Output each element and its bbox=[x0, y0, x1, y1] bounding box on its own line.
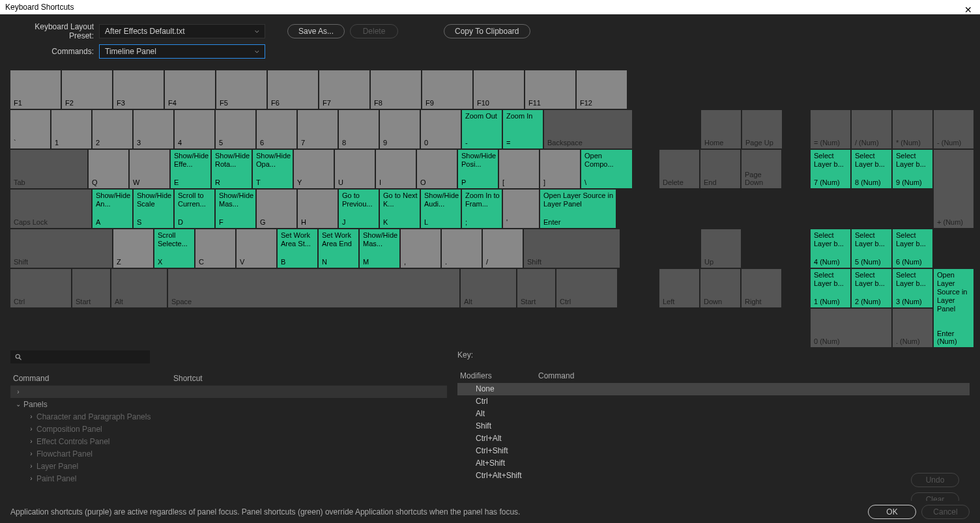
key-g[interactable]: G bbox=[257, 190, 296, 228]
key-enter[interactable]: Open Layer Source in Layer PanelEnter bbox=[540, 190, 616, 228]
key-o[interactable]: O bbox=[417, 150, 457, 188]
key-a[interactable]: Show/Hide An...A bbox=[93, 190, 132, 228]
key-b[interactable]: Set Work Area St...B bbox=[278, 229, 317, 268]
key-7[interactable]: 7 bbox=[298, 110, 338, 148]
key-9-num-[interactable]: Select Layer b...9 (Num) bbox=[893, 150, 932, 188]
chevron-down-icon[interactable]: ⌄ bbox=[13, 401, 23, 408]
key-home[interactable]: Home bbox=[701, 110, 741, 148]
list-item[interactable]: ›Effect Controls Panel bbox=[10, 435, 447, 447]
key-f[interactable]: Show/Hide Mas...F bbox=[216, 190, 255, 228]
key-9[interactable]: 9 bbox=[380, 110, 420, 148]
key-8-num-[interactable]: Select Layer b...8 (Num) bbox=[852, 150, 891, 188]
key-1-num-[interactable]: Select Layer b...1 (Num) bbox=[811, 269, 850, 307]
key-v[interactable]: V bbox=[237, 229, 276, 268]
key-alt[interactable]: Alt bbox=[111, 269, 167, 307]
key--[interactable]: Zoom Out- bbox=[462, 110, 502, 148]
key-h[interactable]: H bbox=[298, 190, 338, 228]
key-l[interactable]: Show/Hide Audi...L bbox=[421, 190, 461, 228]
key-f9[interactable]: F9 bbox=[422, 70, 472, 109]
key-1[interactable]: 1 bbox=[51, 110, 91, 148]
key--[interactable]: ' bbox=[503, 190, 539, 228]
key-6-num-[interactable]: Select Layer b...6 (Num) bbox=[893, 229, 932, 268]
key-4-num-[interactable]: Select Layer b...4 (Num) bbox=[811, 229, 850, 268]
key-f2[interactable]: F2 bbox=[62, 70, 112, 109]
key-f11[interactable]: F11 bbox=[525, 70, 575, 109]
command-list[interactable]: › ⌄Panels ›Character and Paragraph Panel… bbox=[10, 386, 447, 486]
key--[interactable]: [ bbox=[499, 150, 539, 188]
search-input[interactable] bbox=[10, 350, 150, 363]
list-item[interactable]: ›Flowchart Panel bbox=[10, 447, 447, 460]
ok-button[interactable]: OK bbox=[868, 505, 916, 519]
modifier-row[interactable]: Alt+Shift bbox=[457, 457, 970, 470]
key-ctrl[interactable]: Ctrl bbox=[556, 269, 617, 307]
undo-button[interactable]: Undo bbox=[911, 473, 959, 487]
key-i[interactable]: I bbox=[376, 150, 416, 188]
key-up[interactable]: Up bbox=[701, 229, 741, 268]
modifier-row[interactable]: Ctrl+Shift bbox=[457, 445, 970, 457]
key-0[interactable]: 0 bbox=[421, 110, 461, 148]
key-f7[interactable]: F7 bbox=[319, 70, 369, 109]
key--[interactable]: ] bbox=[540, 150, 580, 188]
modifier-row[interactable]: Ctrl+Alt bbox=[457, 432, 970, 445]
key--[interactable]: Zoom In= bbox=[503, 110, 543, 148]
modifier-row[interactable]: Ctrl bbox=[457, 395, 970, 408]
key--[interactable]: Open Compo...\ bbox=[581, 150, 632, 188]
key-d[interactable]: Scroll to Curren...D bbox=[175, 190, 214, 228]
key-n[interactable]: Set Work Area EndN bbox=[319, 229, 358, 268]
list-item[interactable]: ›Composition Panel bbox=[10, 423, 447, 435]
chevron-right-icon[interactable]: › bbox=[13, 388, 23, 395]
key-c[interactable]: C bbox=[195, 229, 235, 268]
key-start[interactable]: Start bbox=[72, 269, 110, 307]
key-5-num-[interactable]: Select Layer b...5 (Num) bbox=[852, 229, 891, 268]
key-5[interactable]: 5 bbox=[216, 110, 255, 148]
key-start[interactable]: Start bbox=[517, 269, 555, 307]
key-right[interactable]: Right bbox=[742, 269, 781, 307]
key-page-up[interactable]: Page Up bbox=[742, 110, 782, 148]
key-r[interactable]: Show/Hide Rota...R bbox=[212, 150, 252, 188]
key-alt[interactable]: Alt bbox=[461, 269, 516, 307]
key-backspace[interactable]: Backspace bbox=[544, 110, 632, 148]
list-item[interactable]: ›Character and Paragraph Panels bbox=[10, 410, 447, 423]
key-f10[interactable]: F10 bbox=[474, 70, 524, 109]
key-f1[interactable]: F1 bbox=[10, 70, 61, 109]
key-m[interactable]: Show/Hide Mas...M bbox=[360, 229, 399, 268]
delete-button[interactable]: Delete bbox=[350, 24, 398, 38]
key-x[interactable]: Scroll Selecte...X bbox=[154, 229, 194, 268]
key-delete[interactable]: Delete bbox=[659, 150, 699, 188]
key--num-[interactable]: / (Num) bbox=[852, 110, 891, 148]
key-f6[interactable]: F6 bbox=[268, 70, 318, 109]
key-8[interactable]: 8 bbox=[339, 110, 379, 148]
key--num-[interactable]: * (Num) bbox=[893, 110, 932, 148]
modifier-list[interactable]: NoneCtrlAltShiftCtrl+AltCtrl+ShiftAlt+Sh… bbox=[457, 383, 970, 482]
key-w[interactable]: W bbox=[130, 150, 169, 188]
key--[interactable]: ` bbox=[10, 110, 50, 148]
key-t[interactable]: Show/Hide Opa...T bbox=[253, 150, 293, 188]
list-item[interactable]: ›Project Panel bbox=[10, 485, 447, 486]
key-caps-lock[interactable]: Caps Lock bbox=[10, 190, 91, 228]
key-4[interactable]: 4 bbox=[175, 110, 214, 148]
modifier-row[interactable]: None bbox=[457, 383, 970, 395]
key-f3[interactable]: F3 bbox=[113, 70, 164, 109]
key-y[interactable]: Y bbox=[294, 150, 334, 188]
key--[interactable]: , bbox=[401, 229, 440, 268]
key-e[interactable]: Show/Hide Effe...E bbox=[171, 150, 210, 188]
key-k[interactable]: Go to Next K...K bbox=[380, 190, 420, 228]
key-page-down[interactable]: Page Down bbox=[742, 150, 781, 188]
key-2[interactable]: 2 bbox=[93, 110, 132, 148]
key-ctrl[interactable]: Ctrl bbox=[10, 269, 71, 307]
key--num-[interactable]: . (Num) bbox=[893, 309, 932, 347]
key-0-num-[interactable]: 0 (Num) bbox=[811, 309, 891, 347]
key-f12[interactable]: F12 bbox=[577, 70, 627, 109]
list-item[interactable]: ›Paint Panel bbox=[10, 472, 447, 485]
preset-dropdown[interactable]: After Effects Default.txt bbox=[99, 24, 265, 38]
key-end[interactable]: End bbox=[700, 150, 740, 188]
key-f8[interactable]: F8 bbox=[371, 70, 421, 109]
modifier-row[interactable]: Ctrl+Alt+Shift bbox=[457, 470, 970, 482]
key--num-[interactable]: + (Num) bbox=[934, 150, 973, 228]
key-shift[interactable]: Shift bbox=[524, 229, 620, 268]
panels-group[interactable]: Panels bbox=[23, 400, 48, 409]
key-6[interactable]: 6 bbox=[257, 110, 296, 148]
key--num-[interactable]: - (Num) bbox=[934, 110, 973, 148]
list-item[interactable]: ›Layer Panel bbox=[10, 460, 447, 472]
key--[interactable]: / bbox=[483, 229, 523, 268]
